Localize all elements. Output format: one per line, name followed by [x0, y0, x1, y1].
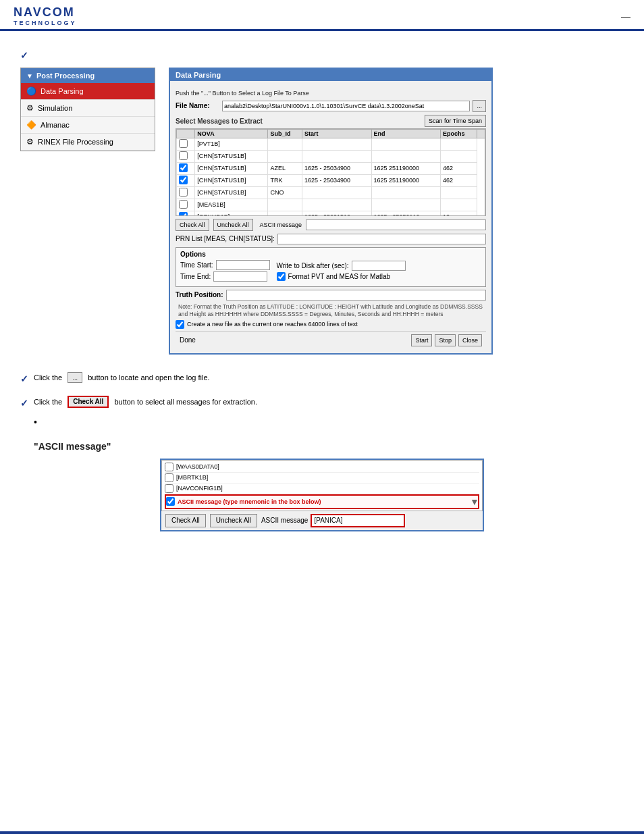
time-start-label: Time Start: [180, 261, 213, 269]
msg-cell-end: 1625 251190000 [371, 162, 441, 174]
msg-cell-epochs [441, 199, 477, 211]
sidebar-item-data-parsing[interactable]: 🔵 Data Parsing [21, 83, 155, 100]
table-row: [CHN[STATUS1B] [177, 150, 485, 162]
bottom-msg-check-3[interactable] [166, 497, 175, 506]
bottom-msg-row-1: [MBRTK1B] [165, 473, 479, 484]
msg-cell-name: [CHN[STATUS1B] [195, 186, 268, 199]
check-bullet-2: ✓ [20, 373, 28, 384]
msg-cell-name: [PVT1B] [195, 138, 268, 150]
msg-cell-start: 1625 - 25034900 [302, 162, 372, 174]
msg-cell-start [302, 138, 372, 150]
uncheck-all-button[interactable]: Uncheck All [213, 219, 253, 231]
write-disk-input[interactable] [352, 261, 406, 271]
sidebar-item-rinex[interactable]: ⚙ RINEX File Processing [21, 134, 155, 151]
message-list-container[interactable]: NOVA Sub_Id Start End Epochs [PVT1B][CHN… [176, 128, 486, 216]
msg-cell-start: 1625 - 25021510 [302, 211, 372, 216]
time-start-input[interactable] [216, 260, 270, 270]
format-pvt-label: Format PVT and MEAS for Matlab [288, 273, 391, 280]
minimize-button[interactable]: — [621, 11, 630, 22]
msg-checkbox-1[interactable] [179, 151, 188, 160]
msg-cell-epochs: 462 [441, 174, 477, 186]
bottom-message-list: [WAAS0DATA0] [MBRTK1B] [NAVCONFIG1B] ASC… [161, 460, 483, 511]
msg-cell-end: 1625 251190000 [371, 174, 441, 186]
bottom-msg-check-1[interactable] [165, 473, 173, 482]
msg-checkbox-4[interactable] [179, 188, 188, 197]
msg-cell-end [371, 138, 441, 150]
file-name-input[interactable] [222, 101, 470, 111]
footer-bar [0, 831, 644, 834]
bottom-msg-row-2: [NAVCONFIG1B] [165, 484, 479, 494]
format-pvt-checkbox[interactable] [277, 272, 286, 281]
close-button[interactable]: Close [458, 334, 482, 346]
check-all-button[interactable]: Check All [176, 219, 209, 231]
logo-technology: TECHNOLOGY [14, 20, 77, 26]
done-label: Done [180, 336, 196, 344]
table-row: [CHN[STATUS1B]CNO [177, 186, 485, 199]
check-all-inline-button[interactable]: Check All [68, 396, 109, 408]
msg-checkbox-2[interactable] [179, 163, 188, 172]
simulation-icon: ⚙ [26, 103, 34, 113]
time-end-input[interactable] [213, 271, 267, 282]
msg-cell-epochs: 12 [441, 211, 477, 216]
bottom-msg-row-0: [WAAS0DATA0] [165, 462, 479, 473]
sidebar-item-simulation[interactable]: ⚙ Simulation [21, 100, 155, 117]
dialog-body: Push the "..." Button to Select a Log Fi… [170, 81, 491, 353]
msg-checkbox-3[interactable] [179, 176, 188, 184]
scroll-arrow-icon[interactable]: ▼ [470, 496, 478, 507]
msg-cell-sub_id [268, 138, 302, 150]
bottom-dialog: [WAAS0DATA0] [MBRTK1B] [NAVCONFIG1B] ASC… [160, 459, 484, 531]
logo-navcom: NAVCOM [14, 5, 75, 20]
stop-button[interactable]: Stop [435, 334, 456, 346]
ascii-value-input[interactable] [311, 514, 405, 527]
bottom-msg-check-2[interactable] [165, 484, 173, 493]
sidebar-item-label-simulation: Simulation [38, 104, 72, 112]
bottom-uncheck-all-button[interactable]: Uncheck All [210, 514, 257, 527]
options-section: Options Time Start: Time End: [176, 247, 486, 287]
table-row: [PVT1B] [177, 138, 485, 150]
msg-checkbox-5[interactable] [179, 200, 188, 209]
sidebar-arrow-icon: ▼ [26, 72, 33, 80]
bottom-check-all-button[interactable]: Check All [165, 514, 206, 527]
check-bullet-1: ✓ [20, 50, 624, 61]
rinex-icon: ⚙ [26, 137, 34, 147]
msg-cell-name: [CHN[STATUS1B] [195, 174, 268, 186]
msg-checkbox-0[interactable] [179, 139, 188, 148]
msg-cell-sub_id [268, 211, 302, 216]
sidebar-header-label: Post Processing [36, 72, 95, 80]
col-epochs: Epochs [441, 129, 477, 138]
browse-inline-button[interactable]: ... [68, 372, 82, 383]
ascii-msg-input[interactable] [306, 219, 486, 230]
bottom-msg-check-0[interactable] [165, 463, 173, 471]
prn-input[interactable] [277, 234, 486, 244]
sidebar-item-almanac[interactable]: 🔶 Almanac [21, 117, 155, 134]
sidebar-item-label-almanac: Almanac [41, 121, 70, 129]
bottom-btn-row: Check All Uncheck All ASCII message [161, 511, 483, 530]
browse-button[interactable]: ... [473, 100, 486, 112]
time-end-label: Time End: [180, 273, 211, 280]
msg-cell-sub_id: TRK [268, 174, 302, 186]
ascii-quote-label: "ASCII message" [34, 441, 624, 452]
bottom-msg-row-3: ASCII message (type mnemonic in the box … [165, 494, 479, 509]
bottom-msg-label-1: [MBRTK1B] [176, 474, 208, 481]
table-row: [MEAS1B] [177, 199, 485, 211]
msg-cell-name: [CHN[STATUS1B] [195, 150, 268, 162]
write-disk-col: Write to Disk after (sec): Format PVT an… [277, 261, 406, 281]
msg-checkbox-6[interactable] [179, 212, 188, 216]
col-nova: NOVA [195, 129, 268, 138]
msg-cell-sub_id [268, 150, 302, 162]
browse-instruction-text: Click the [34, 373, 62, 382]
truth-pos-input[interactable] [226, 290, 486, 301]
prn-row: PRN List [MEAS, CHN[STATUS]: [176, 234, 486, 244]
main-content: ✓ ▼ Post Processing 🔵 Data Parsing ⚙ Sim… [0, 31, 644, 552]
msg-cell-name: [MEAS1B] [195, 199, 268, 211]
start-button[interactable]: Start [411, 334, 432, 346]
check-uncheck-row: Check All Uncheck All ASCII message [176, 219, 486, 231]
logo-area: NAVCOM TECHNOLOGY [14, 5, 77, 26]
post-processing-sidebar: ▼ Post Processing 🔵 Data Parsing ⚙ Simul… [20, 68, 155, 151]
scan-time-span-button[interactable]: Scan for Time Span [425, 115, 486, 127]
msg-cell-end [371, 199, 441, 211]
create-new-file-checkbox[interactable] [176, 320, 184, 329]
file-name-label: File Name: [176, 102, 219, 109]
truth-row: Truth Position: [176, 290, 486, 301]
msg-cell-name: [GFHHD1B] [195, 211, 268, 216]
